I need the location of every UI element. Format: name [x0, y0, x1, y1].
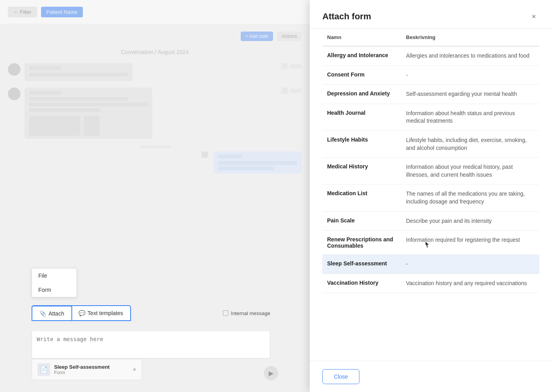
- table-row[interactable]: Pain ScaleDescribe your pain and its int…: [322, 211, 539, 231]
- tab-text-templates[interactable]: 💬 Text templates: [71, 306, 130, 320]
- conversation-title: Conversation / August 2024: [8, 49, 302, 55]
- avatar: [8, 63, 21, 76]
- actions-button[interactable]: Actions: [277, 32, 302, 41]
- message-item: [8, 63, 302, 81]
- tab-row-container: 📎 Attach 💬 Text templates Internal messa…: [32, 305, 270, 321]
- form-name-cell: Renew Prescriptions and Consumables: [322, 231, 401, 255]
- left-panel: ← Filter Patient Name + Add note Actions…: [0, 0, 310, 392]
- content-header-row: + Add note Actions: [8, 32, 302, 41]
- table-row[interactable]: Renew Prescriptions and ConsumablesInfor…: [322, 231, 539, 255]
- form-name-cell: Pain Scale: [322, 211, 401, 231]
- modal-header: Attach form ×: [310, 0, 552, 29]
- modal-body: Namn Beskrivning Allergy and Intolerance…: [310, 29, 552, 361]
- msg-sender-name: [29, 91, 61, 95]
- table-row[interactable]: Consent Form-: [322, 65, 539, 85]
- file-close-button[interactable]: ×: [133, 366, 136, 373]
- form-name-cell: Vaccination History: [322, 274, 401, 293]
- msg-timestamp: [290, 64, 302, 68]
- attach-form-modal: Attach form × Namn Beskrivning Allergy a…: [310, 0, 552, 392]
- attachment-thumb: [84, 116, 99, 136]
- msg-sender-name: [218, 155, 242, 159]
- menu-item-form[interactable]: Form: [32, 283, 77, 297]
- message-input-area: [32, 331, 270, 358]
- msg-timestamp: [290, 89, 302, 93]
- msg-text-line: [29, 97, 128, 101]
- internal-message-checkbox[interactable]: [223, 310, 228, 316]
- form-name-cell: Consent Form: [322, 65, 401, 85]
- add-note-button[interactable]: + Add note: [241, 32, 273, 41]
- table-row[interactable]: Allergy and IntoleranceAllergies and int…: [322, 46, 539, 65]
- form-description-cell: Lifestyle habits, including diet, exerci…: [401, 131, 539, 157]
- message-item-right: [8, 151, 302, 174]
- modal-title: Attach form: [322, 11, 371, 22]
- form-name-cell: Health Journal: [322, 104, 401, 131]
- file-info: Sleep Self-assessment Form: [54, 364, 110, 375]
- form-name-cell: Medical History: [322, 158, 401, 185]
- msg-actions: [281, 63, 302, 69]
- paperclip-icon: 📎: [39, 310, 46, 317]
- message-bubble-right: [213, 151, 302, 174]
- tab-templates-label: Text templates: [88, 310, 123, 316]
- modal-close-button[interactable]: ×: [528, 11, 539, 22]
- table-row[interactable]: Medical HistoryInformation about your me…: [322, 158, 539, 185]
- form-name-cell: Lifestyle Habits: [322, 131, 401, 157]
- close-modal-button[interactable]: Close: [322, 369, 359, 384]
- message-icon: 💬: [79, 310, 85, 316]
- msg-text-line: [218, 166, 273, 170]
- form-description-cell: Describe your pain and its intensity: [401, 211, 539, 231]
- form-name-cell: Allergy and Intolerance: [322, 46, 401, 65]
- attachment-bar: 📎 Attach 💬 Text templates Internal messa…: [32, 305, 270, 321]
- message-bubble: [24, 88, 152, 139]
- msg-action-icon: [281, 63, 288, 69]
- form-description-cell: Information about health status and prev…: [401, 104, 539, 131]
- form-description-cell: Information required for registering the…: [401, 231, 539, 255]
- form-name-cell: Sleep Self-assessment: [322, 255, 401, 274]
- form-description-cell: The names of all the medications you are…: [401, 185, 539, 211]
- avatar: [8, 88, 21, 100]
- msg-action-icon: [281, 88, 288, 94]
- table-row[interactable]: Depression and AnxietySelf-assessment eg…: [322, 85, 539, 104]
- table-row[interactable]: Sleep Self-assessment-: [322, 255, 539, 274]
- msg-attachment-preview: [29, 116, 148, 136]
- attach-dropdown-menu[interactable]: File Form: [32, 268, 77, 297]
- message-bubble: [24, 63, 133, 81]
- internal-message-text: Internal message: [231, 310, 270, 316]
- table-row[interactable]: Medication ListThe names of all the medi…: [322, 185, 539, 211]
- message-input[interactable]: [37, 336, 265, 352]
- menu-item-file[interactable]: File: [32, 269, 77, 283]
- table-row[interactable]: Vaccination HistoryVaccination history a…: [322, 274, 539, 293]
- form-description-cell: Self-assessment egarding your mental hea…: [401, 85, 539, 104]
- patient-name-button[interactable]: Patient Name: [41, 7, 83, 17]
- send-icon: ▶: [269, 370, 273, 377]
- load-more: [8, 145, 302, 148]
- msg-text-line: [29, 103, 148, 106]
- msg-actions: [281, 88, 302, 94]
- tab-row: 📎 Attach 💬 Text templates: [32, 305, 131, 321]
- message-item: [8, 88, 302, 139]
- form-name-cell: Medication List: [322, 185, 401, 211]
- form-description-cell: Vaccination history and any required vac…: [401, 274, 539, 293]
- modal-footer: Close: [310, 361, 552, 392]
- table-header-row: Namn Beskrivning: [322, 29, 539, 46]
- msg-text-line: [218, 161, 297, 165]
- column-header-description: Beskrivning: [401, 29, 539, 46]
- back-button[interactable]: ← Filter: [8, 7, 37, 17]
- file-type: Form: [54, 370, 110, 375]
- file-name: Sleep Self-assessment: [54, 364, 110, 370]
- form-description-cell: Information about your medical history, …: [401, 158, 539, 185]
- attached-file: 📄 Sleep Self-assessment Form ×: [32, 359, 142, 380]
- left-content: + Add note Actions Conversation / August…: [0, 24, 310, 188]
- forms-table: Namn Beskrivning Allergy and Intolerance…: [322, 29, 539, 293]
- internal-message-label: Internal message: [223, 310, 270, 316]
- msg-text-line: [29, 108, 100, 112]
- form-description-cell: -: [401, 255, 539, 274]
- send-button[interactable]: ▶: [264, 366, 278, 380]
- tab-attach[interactable]: 📎 Attach: [32, 306, 72, 321]
- file-icon: 📄: [37, 363, 50, 376]
- tab-attach-label: Attach: [49, 310, 64, 317]
- table-row[interactable]: Health JournalInformation about health s…: [322, 104, 539, 131]
- table-row[interactable]: Lifestyle HabitsLifestyle habits, includ…: [322, 131, 539, 157]
- form-description-cell: -: [401, 65, 539, 85]
- attachment-thumb: [29, 116, 80, 136]
- top-bar: ← Filter Patient Name: [0, 0, 310, 24]
